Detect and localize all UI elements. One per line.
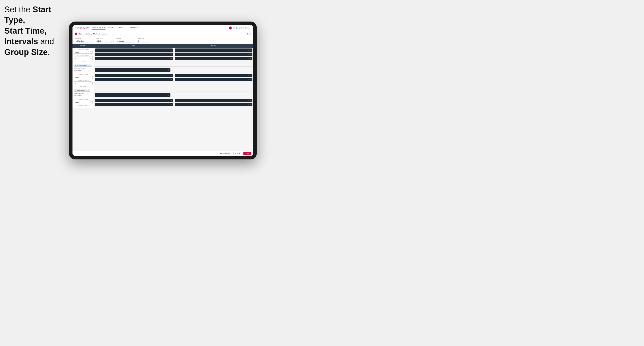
start-time-select[interactable]: 10:00 bbox=[96, 40, 114, 42]
remove-player-icon[interactable]: ✕ bbox=[248, 54, 249, 55]
add-player-icon[interactable]: ⊕ bbox=[170, 100, 172, 101]
remove-player-icon[interactable]: ✕ bbox=[168, 58, 170, 59]
remove-player-icon[interactable]: ✕ bbox=[168, 49, 170, 51]
instruction-text: Set the Start Type, Start Time, Interval… bbox=[4, 4, 69, 57]
remove-player-icon[interactable]: ✕ bbox=[168, 104, 170, 105]
starting-hole-input-2[interactable]: 1 ▲ ▼ bbox=[74, 81, 92, 85]
remove-player-icon[interactable]: ✕ bbox=[168, 75, 170, 76]
remove-player-icon[interactable]: ✕ bbox=[248, 104, 249, 105]
starting-time-input-3[interactable]: 10:20 🕙 bbox=[74, 101, 92, 104]
start-time-field: Start Time 10:00 bbox=[96, 38, 114, 42]
add-group-2[interactable]: Add Group bbox=[74, 94, 92, 96]
remove-group-2[interactable]: Remove Group bbox=[74, 92, 92, 94]
group-size-select[interactable]: 3 bbox=[137, 40, 150, 42]
add-player-icon[interactable]: ⊕ bbox=[250, 78, 252, 80]
remove-player-icon[interactable]: ✕ bbox=[168, 54, 170, 55]
starting-time-input-1[interactable]: 10:00 🕙 bbox=[74, 51, 92, 54]
back-button[interactable]: Back bbox=[246, 33, 251, 35]
group-2-teams: ✕ ⊕ ✕ ⊕ ✕ ⊕ bbox=[94, 73, 253, 92]
group-1-actions: Remove Group Add Group bbox=[74, 67, 92, 71]
remove-player-icon[interactable]: ✕ bbox=[248, 75, 249, 76]
course-edit-2[interactable]: ✎ bbox=[88, 89, 89, 91]
instruction-bold-intervals: Intervals bbox=[4, 37, 38, 46]
nav-committee[interactable]: COMMITTEE bbox=[117, 26, 127, 29]
reset-button[interactable]: Reset Changes bbox=[218, 152, 232, 155]
start-type-select[interactable]: 1st Tee Start bbox=[75, 40, 94, 42]
instruction-and: and bbox=[38, 37, 54, 46]
footer-bar: Reset Changes Cancel Save bbox=[72, 151, 253, 156]
intervals-field: Intervals 10 Minutes bbox=[116, 38, 135, 42]
player-slot: ✕ ⊕ bbox=[95, 78, 173, 81]
remove-player-icon[interactable]: ✕ bbox=[248, 58, 249, 59]
add-player-icon[interactable]: ⊕ bbox=[168, 69, 170, 71]
starting-time-label-1: STARTING TIME: bbox=[74, 49, 92, 50]
add-player-icon[interactable]: ⊕ bbox=[250, 104, 252, 106]
player-slot: ✕ ⊕ bbox=[95, 99, 173, 102]
clippd-logo-icon bbox=[75, 32, 77, 35]
add-player-icon[interactable]: ⊕ bbox=[170, 74, 172, 76]
remove-player-icon[interactable]: ✕ bbox=[248, 49, 249, 51]
starting-hole-label-1: STARTING HOLE: bbox=[74, 54, 92, 56]
table-header: Tee Time Team 1 Team 2 bbox=[72, 44, 253, 48]
nav-separator: | bbox=[243, 27, 244, 29]
player-slot: ✕ ⊕ bbox=[175, 103, 252, 106]
save-button[interactable]: Save bbox=[243, 152, 251, 155]
add-player-icon[interactable]: ⊕ bbox=[250, 57, 252, 59]
add-player-icon[interactable]: ⊕ bbox=[170, 53, 172, 55]
add-player-icon[interactable]: ⊕ bbox=[250, 53, 252, 55]
remove-player-icon[interactable]: ✕ bbox=[166, 69, 167, 71]
group-1-left: STARTING TIME: 10:00 🕙 STARTING HOLE: 1 … bbox=[72, 48, 94, 73]
course-remove-2[interactable]: ✕ bbox=[86, 89, 87, 91]
course-remove-1[interactable]: ✕ bbox=[88, 64, 89, 66]
course-name-2: East Lake GC bbox=[77, 90, 85, 91]
add-player-icon[interactable]: ⊕ bbox=[170, 57, 172, 59]
remove-player-icon[interactable]: ✕ bbox=[248, 79, 249, 80]
team1-col-1: ✕ ⊕ ✕ ⊕ ✕ ⊕ bbox=[94, 48, 174, 66]
remove-player-icon[interactable]: ✕ bbox=[166, 94, 167, 96]
cancel-button[interactable]: Cancel bbox=[234, 152, 242, 155]
add-player-icon[interactable]: ⊕ bbox=[170, 104, 172, 106]
player-slot: ✕ ⊕ bbox=[175, 74, 252, 77]
course-name-1: (A) Peachtree GC bbox=[77, 65, 88, 66]
add-player-icon[interactable]: ⊕ bbox=[170, 78, 172, 80]
team1-col-3: ✕ ⊕ ✕ ⊕ bbox=[94, 98, 174, 108]
add-player-icon[interactable]: ⊕ bbox=[250, 49, 252, 51]
starting-hole-input-1[interactable]: 1 ▲ ▼ bbox=[74, 56, 92, 60]
hole-stepper-2[interactable]: ▲ ▼ bbox=[90, 82, 92, 85]
tablet-frame: Powered by clipp SCOREBOARD TOURNAMENTS … bbox=[69, 21, 257, 160]
add-player-icon[interactable]: ⊕ bbox=[250, 100, 252, 101]
remove-player-icon[interactable]: ✕ bbox=[168, 79, 170, 80]
course-edit-1[interactable]: ✎ bbox=[90, 64, 91, 66]
remove-player-icon[interactable]: ✕ bbox=[168, 100, 170, 101]
team2-col-3: ✕ ⊕ ✕ ⊕ bbox=[174, 98, 253, 108]
start-type-label: Start Type bbox=[75, 38, 94, 39]
player-slot: ✕ ⊕ bbox=[95, 48, 173, 52]
add-player-icon[interactable]: ⊕ bbox=[168, 94, 170, 96]
stepper-down-2[interactable]: ▼ bbox=[90, 83, 92, 85]
nav-teams[interactable]: TEAMS bbox=[108, 26, 114, 29]
breadcrumb-section: Hosting bbox=[101, 33, 107, 35]
tablet-screen: Powered by clipp SCOREBOARD TOURNAMENTS … bbox=[72, 25, 253, 156]
add-player-icon[interactable]: ⊕ bbox=[250, 74, 252, 76]
sign-out-link[interactable]: Sign out bbox=[245, 27, 250, 29]
group-1-teams: ✕ ⊕ ✕ ⊕ ✕ ⊕ bbox=[94, 48, 253, 66]
breadcrumb-tournament[interactable]: Clippd Invitational (Med...) bbox=[78, 33, 98, 35]
instruction-bold-start-type: Start Type, bbox=[4, 5, 51, 24]
stepper-down-1[interactable]: ▼ bbox=[90, 58, 92, 59]
intervals-select[interactable]: 10 Minutes bbox=[116, 40, 135, 42]
table-row: STARTING TIME: 10:20 🕙 STARTING HOLE: ✕ … bbox=[72, 98, 253, 108]
breadcrumb-sep1: › bbox=[99, 32, 100, 36]
table-row: STARTING TIME: 10:10 🕙 STARTING HOLE: 1 … bbox=[72, 73, 253, 98]
add-player-icon[interactable]: ⊕ bbox=[170, 49, 172, 51]
remove-group-1[interactable]: Remove Group bbox=[74, 67, 92, 69]
instruction-bold-start-time: Start Time, bbox=[4, 26, 46, 35]
nav-rankings[interactable]: RANKINGS bbox=[130, 26, 139, 29]
nav-tournaments[interactable]: TOURNAMENTS bbox=[92, 26, 106, 29]
team1-col-2: ✕ ⊕ ✕ ⊕ bbox=[94, 73, 174, 92]
group-3-teams: ✕ ⊕ ✕ ⊕ ✕ ⊕ bbox=[94, 98, 253, 108]
player-slot: ✕ ⊕ bbox=[95, 103, 173, 106]
add-group-1[interactable]: Add Group bbox=[74, 69, 92, 71]
hole-stepper-1[interactable]: ▲ ▼ bbox=[90, 57, 92, 59]
remove-player-icon[interactable]: ✕ bbox=[248, 100, 249, 101]
starting-time-input-2[interactable]: 10:10 🕙 bbox=[74, 76, 92, 79]
